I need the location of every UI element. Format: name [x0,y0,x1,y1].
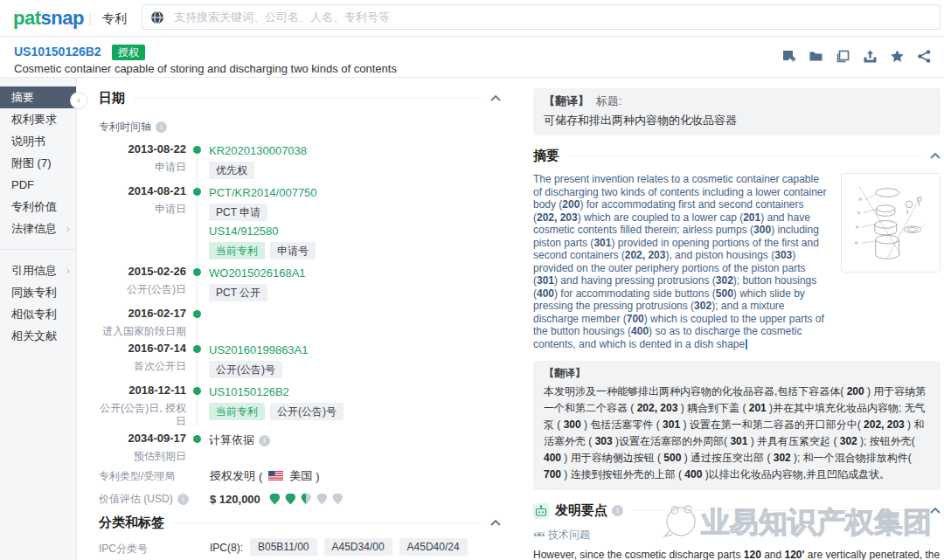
nav-patent[interactable]: 专利 [102,11,127,27]
timeline-axis [186,184,209,261]
info-icon[interactable]: i [156,121,167,133]
patent-number-link[interactable]: US20160199863A1 [209,343,309,356]
sidebar-collapse-button[interactable]: ‹ [70,92,87,109]
sidebar-item-similar-patents[interactable]: 相似专利 [0,303,76,325]
info-icon[interactable]: i [259,435,270,446]
section-divider-line [632,510,921,511]
section-divider-line [134,98,482,99]
collapse-chevron-icon[interactable] [490,95,501,101]
export-icon[interactable] [862,48,878,64]
us-flag-icon [268,470,283,483]
timeline-dot [193,310,201,318]
ipc-row: IPC分类号 IPC(8): B05B11/00A45D34/00A45D40/… [99,538,501,557]
valuation-gems [269,494,344,505]
timeline-date: 2034-09-17 [99,432,186,446]
patent-header: US10150126B2 授权 Cosmetic container capab… [0,37,944,78]
timeline-axis [186,342,209,380]
timeline-date-label: 申请日 [99,161,186,174]
timeline-axis [186,432,209,463]
robot-icon [533,503,549,519]
sidebar-item-drawings[interactable]: 附图 (7) [0,152,76,174]
value-gem-icon [285,494,296,505]
ipc-tag[interactable]: A45D40/24 [399,538,468,556]
copy-icon[interactable] [835,48,850,64]
patent-type-row: 专利类型/受理局 授权发明 ( 美国) [99,467,501,485]
keypoints-text-en: However, since the cosmetic discharge pa… [533,548,941,560]
timeline-event: 2015-02-26公开(公告)日WO2015026168A1PCT 公开 [99,265,501,303]
logo-part-2: snap [41,7,84,29]
ipc-prefix: IPC(8): [210,538,243,554]
timeline-date: 2018-12-11 [99,384,186,398]
collapse-chevron-icon[interactable] [490,520,501,526]
timeline-date-label: 公开(公告)日 [99,283,186,296]
timeline-entry: PCT/KR2014/007750PCT 申请 [209,184,501,221]
timeline-event: 2016-02-17进入国家阶段日期 [99,307,501,338]
ipc-tag[interactable]: B05B11/00 [250,538,317,556]
timeline-tags: 当前专利申请号 [209,242,501,259]
header-action-icons [781,48,932,64]
valuation-label-wrap: 价值评估 (USD)i [99,492,210,507]
patent-number-link[interactable]: US10150126B2 [209,385,289,398]
top-bar: patsnap | 专利 [0,0,944,37]
patent-number-link[interactable]: WO2015026168A1 [209,266,306,280]
keypoints-section-title: 发明要点 [555,502,607,519]
timeline-tags: 优先权 [209,162,501,179]
globe-icon[interactable] [142,10,172,24]
patent-type-value: 授权发明 ( 美国) [210,468,320,484]
search-bar[interactable] [142,4,941,30]
star-icon[interactable] [889,48,905,64]
timeline-entry: US10150126B2当前专利公开(公告)号 [209,384,501,420]
sidebar-item-patent-value[interactable]: 专利价值 [0,196,76,218]
abstract-panel: 【翻译】 标题: 可储存和排出两种内容物的化妆品容器 摘要 The presen… [533,78,941,560]
sidebar-item-description[interactable]: 说明书 [0,130,76,152]
sidebar-item-label: 附图 (7) [11,152,52,174]
patent-number-link[interactable]: PCT/KR2014/007750 [209,186,317,199]
info-icon[interactable]: i [177,494,189,505]
classification-section-header: 分类和标签 [99,515,501,531]
timeline-tag: 当前专利 [209,403,265,420]
section-divider-line [568,156,921,156]
sidebar-item-citation-info[interactable]: 引用信息› [0,259,76,281]
sidebar-item-family-patents[interactable]: 同族专利 [0,281,76,303]
section-divider-line [173,522,482,523]
sidebar-item-claims[interactable]: 权利要求 [0,108,76,130]
share-icon[interactable] [916,48,932,64]
sidebar-item-related-literature[interactable]: 相关文献 [0,325,76,347]
timeline-dot [193,435,201,443]
add-note-icon[interactable] [781,48,796,64]
translation-sublabel: 标题: [596,94,622,107]
collapse-chevron-icon[interactable] [930,153,941,159]
timeline-tag: PCT 公开 [209,284,267,301]
timeline-dot [193,268,201,276]
abstract-section-header: 摘要 [533,148,941,164]
technical-problem-label: 技术问题 [548,528,590,543]
timeline-event-left: 2016-07-14首次公开日 [99,342,186,380]
chevron-right-icon: › [66,259,70,281]
timeline-event-content: WO2015026168A1PCT 公开 [209,265,501,303]
technical-problem-row: ““ 技术问题 [533,528,941,543]
keypoints-section-header: 发明要点 i [533,502,941,519]
patsnap-logo[interactable]: patsnap [13,7,84,30]
sidebar-item-label: 同族专利 [11,281,57,303]
timeline-event-left: 2016-02-17进入国家阶段日期 [99,307,186,338]
sidebar-item-abstract[interactable]: 摘要 [0,86,76,108]
sidebar-item-label: 法律信息 [11,218,57,239]
patent-number-link[interactable]: US14/912580 [209,225,279,238]
sidebar-item-pdf[interactable]: PDF [0,174,76,196]
timeline-label-row: 专利时间轴i [99,120,501,135]
timeline-event-content: US20160199863A1公开(公告)号 [209,342,501,380]
patent-title: Cosmetic container capable of storing an… [14,62,397,75]
patent-number[interactable]: US10150126B2 [14,45,101,59]
timeline-date: 2016-07-14 [99,342,186,356]
patent-drawing-thumbnail[interactable] [841,173,941,273]
folder-icon[interactable] [808,48,823,64]
info-icon[interactable]: i [612,505,623,516]
text-cursor [746,339,747,349]
timeline-event-left: 2013-08-22申请日 [99,142,186,181]
sidebar-item-legal-info[interactable]: 法律信息› [0,218,76,239]
patent-number-link[interactable]: KR2020130007038 [209,144,307,157]
ipc-tag[interactable]: A45D34/00 [324,538,392,556]
timeline-event: 2018-12-11公开(公告)日, 授权日US10150126B2当前专利公开… [99,384,501,428]
collapse-chevron-icon[interactable] [930,508,941,514]
search-input[interactable] [172,10,940,24]
